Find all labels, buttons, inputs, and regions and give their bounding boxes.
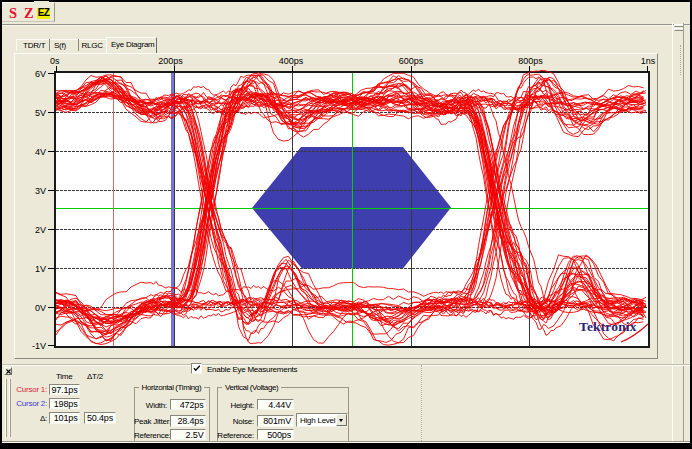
svg-text:400ps: 400ps [279,56,304,66]
svg-text:1ns: 1ns [641,56,656,66]
svg-text:Tektronix: Tektronix [579,319,637,334]
svg-text:0s: 0s [50,56,60,66]
svg-text:3V: 3V [35,186,46,196]
svg-text:4V: 4V [35,147,46,157]
svg-text:1V: 1V [35,264,46,274]
svg-text:-1V: -1V [32,341,46,351]
svg-text:600ps: 600ps [399,56,424,66]
svg-text:2V: 2V [35,225,46,235]
svg-text:0V: 0V [35,303,46,313]
svg-text:200ps: 200ps [158,56,183,66]
svg-text:6V: 6V [35,69,46,79]
svg-text:5V: 5V [35,108,46,118]
svg-text:800ps: 800ps [518,56,543,66]
